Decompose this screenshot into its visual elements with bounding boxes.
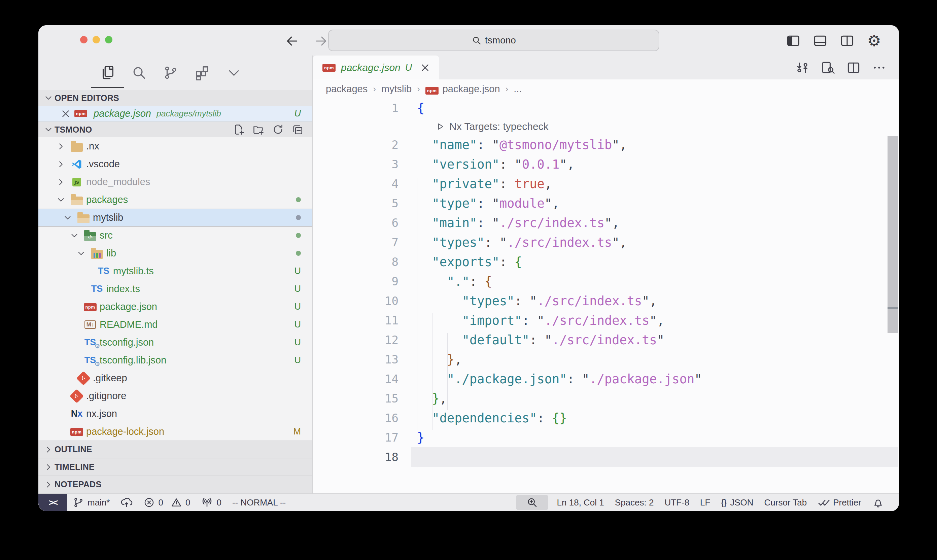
tree-item-src[interactable]: ‹/›src [38, 226, 312, 244]
tree-item-package-lock-json[interactable]: npmpackage-lock.jsonM [38, 423, 312, 440]
status-item[interactable]: LF [695, 494, 715, 511]
breadcrumb-item[interactable]: packages [326, 83, 368, 95]
open-editor-item[interactable]: npm package.json packages/mytslib U [38, 106, 312, 122]
maximize-window-button[interactable] [105, 36, 112, 43]
split-editor-button[interactable] [846, 60, 861, 75]
tree-item-mytslib[interactable]: mytslib [38, 209, 312, 226]
new-folder-button[interactable] [252, 123, 265, 136]
code-line-2[interactable]: 2 "name": "@tsmono/mytslib", [313, 135, 899, 154]
explorer-header[interactable]: TSMONO [38, 122, 312, 137]
tree-item-mytslib-ts[interactable]: TSmytslib.tsU [38, 262, 312, 280]
language-mode[interactable]: {}JSON [715, 494, 759, 511]
close-tab-icon[interactable] [419, 61, 431, 74]
chevron-down-icon[interactable] [67, 229, 82, 242]
formatter-status[interactable]: Prettier [812, 494, 867, 511]
ports-status[interactable]: 0 [195, 494, 226, 511]
problems-status[interactable]: 00 [138, 494, 195, 511]
activity-more[interactable] [226, 63, 242, 83]
chevron-right-icon[interactable] [53, 140, 69, 153]
code-line-14[interactable]: 14 "./package.json": "./package.json" [313, 369, 899, 389]
git-branch-status[interactable]: main* [67, 494, 115, 511]
tree-item-package-json[interactable]: npmpackage.jsonU [38, 298, 312, 316]
open-changes-button[interactable] [795, 60, 810, 75]
chevron-down-icon[interactable] [53, 193, 69, 207]
tab-package-json[interactable]: npm package.json U [313, 55, 439, 79]
zoom-indicator[interactable] [516, 495, 548, 510]
remote-indicator[interactable]: >< [38, 494, 67, 511]
command-center-search[interactable]: tsmono [328, 29, 659, 51]
status-item[interactable]: Cursor Tab [759, 494, 812, 511]
tree-item-index-ts[interactable]: TSindex.tsU [38, 280, 312, 298]
typescript-icon: TS [98, 266, 110, 276]
history-back-button[interactable] [283, 33, 300, 49]
open-preview-button[interactable] [820, 60, 836, 75]
section-timeline[interactable]: TIMELINE [38, 458, 312, 475]
status-item[interactable]: Spaces: 2 [609, 494, 659, 511]
folder-open-icon [71, 197, 83, 205]
code-line-18[interactable]: 18 [313, 447, 899, 467]
chevron-down-icon[interactable] [60, 211, 75, 225]
section-notepads[interactable]: NOTEPADS [38, 475, 312, 493]
refresh-button[interactable] [271, 123, 285, 136]
code-line-16[interactable]: 16 "dependencies": {} [313, 408, 899, 428]
chevron-right-icon[interactable] [53, 157, 69, 171]
breadcrumb-item[interactable]: mytslib [382, 83, 412, 95]
tree-item-tsconfig-lib-json[interactable]: TS⚙tsconfig.lib.jsonU [38, 351, 312, 369]
code-line-12[interactable]: 12 "default": "./src/index.ts" [313, 330, 899, 350]
code-line-17[interactable]: 17} [313, 428, 899, 447]
tree-item-README-md[interactable]: M↓README.mdU [38, 316, 312, 334]
sync-status[interactable] [115, 494, 138, 511]
code-line-3[interactable]: 3 "version": "0.0.1", [313, 154, 899, 174]
codelens-nx-targets[interactable]: Nx Targets: typecheck [313, 118, 899, 135]
section-outline[interactable]: OUTLINE [38, 440, 312, 458]
code-line-8[interactable]: 8 "exports": { [313, 252, 899, 272]
status-item[interactable]: -- NORMAL -- [227, 494, 291, 511]
activity-extensions[interactable] [194, 63, 211, 83]
new-file-button[interactable] [232, 123, 246, 136]
settings-gear-button[interactable]: ⚙ [865, 32, 883, 49]
scrollbar-cursor-marker [888, 307, 898, 309]
chevron-down-icon[interactable] [73, 247, 89, 260]
code-line-15[interactable]: 15 }, [313, 389, 899, 408]
open-editors-header[interactable]: OPEN EDITORS [38, 90, 312, 106]
close-editor-icon[interactable] [58, 107, 73, 121]
status-item[interactable]: Ln 18, Col 1 [552, 494, 609, 511]
layout-panel-button[interactable] [811, 32, 829, 49]
breadcrumb-item[interactable]: npmpackage.json [425, 83, 500, 95]
status-item[interactable]: UTF-8 [659, 494, 695, 511]
tree-item--gitignore[interactable]: .gitignore [38, 387, 312, 405]
code-line-4[interactable]: 4 "private": true, [313, 174, 899, 194]
code-line-13[interactable]: 13 }, [313, 350, 899, 369]
code-line-1[interactable]: 1{ [313, 98, 899, 118]
minimize-window-button[interactable] [92, 36, 100, 43]
tree-item-tsconfig-json[interactable]: TS⚙tsconfig.jsonU [38, 334, 312, 351]
status-dot [296, 215, 301, 220]
layout-sidebar-button[interactable] [785, 32, 802, 49]
tree-item--gitkeep[interactable]: .gitkeep [38, 369, 312, 387]
code-line-11[interactable]: 11 "import": "./src/index.ts", [313, 311, 899, 330]
activity-search[interactable] [131, 63, 148, 83]
tree-item--nx[interactable]: .nx [38, 137, 312, 155]
chevron-right-icon[interactable] [53, 175, 69, 189]
code-line-9[interactable]: 9 ".": { [313, 272, 899, 291]
editor-scrollbar-thumb[interactable] [888, 136, 898, 333]
activity-source-control[interactable] [162, 63, 179, 83]
notifications-bell[interactable] [867, 494, 889, 511]
close-window-button[interactable] [80, 36, 88, 43]
tree-item-node-modules[interactable]: jsnode_modules [38, 173, 312, 191]
code-line-10[interactable]: 10 "types": "./src/index.ts", [313, 291, 899, 311]
tree-item--vscode[interactable]: .vscode [38, 155, 312, 173]
tree-item-lib[interactable]: lib [38, 244, 312, 262]
activity-explorer[interactable] [99, 63, 116, 83]
code-editor[interactable]: 1{Nx Targets: typecheck2 "name": "@tsmon… [313, 98, 899, 467]
history-forward-button[interactable] [313, 33, 330, 49]
layout-split-button[interactable] [839, 32, 856, 49]
breadcrumb-item[interactable]: ... [514, 83, 522, 95]
more-actions-button[interactable] [871, 60, 887, 75]
collapse-all-button[interactable] [291, 123, 304, 136]
tree-item-nx-json[interactable]: Nxnx.json [38, 405, 312, 423]
code-line-6[interactable]: 6 "main": "./src/index.ts", [313, 213, 899, 232]
code-line-7[interactable]: 7 "types": "./src/index.ts", [313, 232, 899, 252]
tree-item-packages[interactable]: packages [38, 191, 312, 209]
code-line-5[interactable]: 5 "type": "module", [313, 194, 899, 213]
